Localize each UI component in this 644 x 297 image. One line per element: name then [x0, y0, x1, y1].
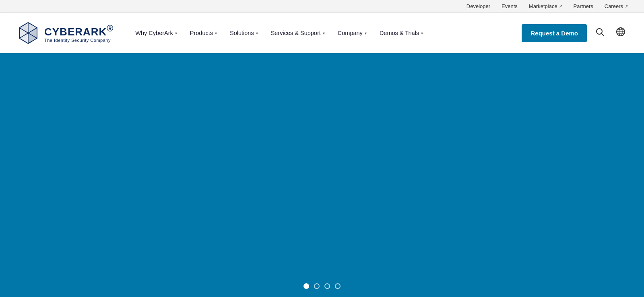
- logo-link[interactable]: CYBERARK® The Identity Security Company: [16, 21, 114, 45]
- topbar-partners-link[interactable]: Partners: [574, 3, 593, 9]
- carousel-dots: [303, 283, 341, 289]
- request-demo-button[interactable]: Request a Demo: [522, 24, 587, 42]
- globe-icon: [616, 27, 625, 37]
- top-bar: Developer Events Marketplace ↗ Partners …: [0, 0, 644, 13]
- topbar-marketplace-link[interactable]: Marketplace ↗: [529, 3, 562, 9]
- nav-item-solutions[interactable]: Solutions ▾: [224, 27, 264, 39]
- topbar-careers-link[interactable]: Careers ↗: [605, 3, 628, 9]
- logo-text: CYBERARK® The Identity Security Company: [44, 23, 114, 43]
- products-chevron-icon: ▾: [215, 31, 217, 35]
- nav-item-services-support[interactable]: Services & Support ▾: [265, 27, 330, 39]
- logo-icon: [16, 21, 40, 45]
- language-button[interactable]: [613, 25, 628, 41]
- topbar-careers-label: Careers: [605, 3, 623, 9]
- svg-line-11: [601, 33, 604, 36]
- nav-solutions-label: Solutions: [230, 30, 254, 36]
- main-nav: CYBERARK® The Identity Security Company …: [0, 13, 644, 53]
- nav-why-cyberark-label: Why CyberArk: [135, 30, 173, 36]
- nav-right: Request a Demo: [522, 24, 628, 42]
- logo-brand-name: CYBERARK®: [44, 23, 114, 38]
- topbar-marketplace-label: Marketplace: [529, 3, 557, 9]
- why-cyberark-chevron-icon: ▾: [175, 31, 177, 35]
- demos-trials-chevron-icon: ▾: [421, 31, 423, 35]
- topbar-events-link[interactable]: Events: [502, 3, 518, 9]
- nav-item-company[interactable]: Company ▾: [332, 27, 372, 39]
- nav-demos-trials-label: Demos & Trials: [380, 30, 419, 36]
- solutions-chevron-icon: ▾: [256, 31, 258, 35]
- carousel-dot-4[interactable]: [335, 283, 341, 289]
- nav-item-products[interactable]: Products ▾: [184, 27, 223, 39]
- search-icon: [596, 28, 605, 37]
- topbar-partners-label: Partners: [574, 3, 593, 9]
- topbar-events-label: Events: [502, 3, 518, 9]
- marketplace-external-icon: ↗: [559, 4, 562, 8]
- company-chevron-icon: ▾: [365, 31, 367, 35]
- nav-item-why-cyberark[interactable]: Why CyberArk ▾: [130, 27, 182, 39]
- nav-services-support-label: Services & Support: [271, 30, 321, 36]
- carousel-dot-1[interactable]: [303, 283, 309, 289]
- logo-tagline: The Identity Security Company: [44, 38, 114, 43]
- carousel-dot-3[interactable]: [324, 283, 330, 289]
- careers-external-icon: ↗: [625, 4, 628, 8]
- hero-section: [0, 53, 644, 297]
- topbar-developer-label: Developer: [466, 3, 490, 9]
- nav-items: Why CyberArk ▾ Products ▾ Solutions ▾ Se…: [130, 27, 522, 39]
- nav-products-label: Products: [190, 30, 213, 36]
- nav-item-demos-trials[interactable]: Demos & Trials ▾: [374, 27, 429, 39]
- carousel-dot-2[interactable]: [314, 283, 320, 289]
- nav-company-label: Company: [338, 30, 363, 36]
- topbar-developer-link[interactable]: Developer: [466, 3, 490, 9]
- search-button[interactable]: [593, 25, 607, 41]
- services-support-chevron-icon: ▾: [323, 31, 325, 35]
